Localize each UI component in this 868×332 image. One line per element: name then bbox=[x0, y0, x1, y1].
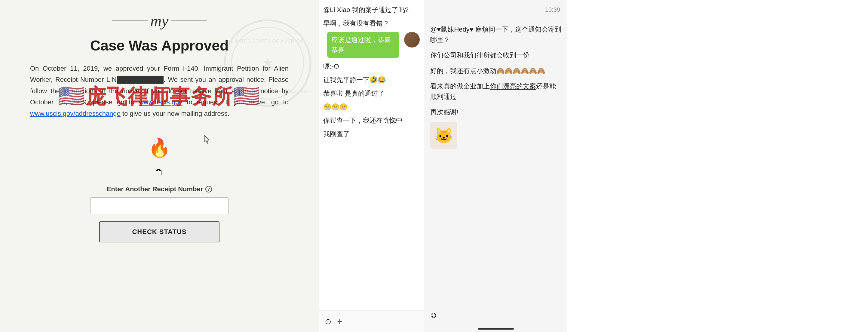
right-text-4: 看来真的做企业加上你们漂亮的文案还是能顺利通过 bbox=[430, 82, 556, 100]
help-icon[interactable]: ? bbox=[205, 186, 212, 192]
chat-text-9: 我刚查了 bbox=[323, 130, 350, 138]
chat-header-right: 10:39 bbox=[424, 0, 567, 19]
right-text-5: 再次感谢! bbox=[430, 108, 459, 116]
chat-text-4: 喔:-O bbox=[323, 63, 339, 70]
chat-msg-3-row: 应该是通过啦，恭喜恭喜 bbox=[323, 32, 420, 58]
chat-msg-4: 喔:-O bbox=[323, 61, 420, 71]
right-msg-5: 再次感谢! bbox=[430, 107, 561, 117]
torch-icon: 🔥⛫ bbox=[148, 137, 171, 179]
chat-text-6: 恭喜啦 是真的通过了 bbox=[323, 90, 384, 97]
logo-line-right bbox=[171, 20, 207, 21]
emoji-button-right[interactable]: ☺ bbox=[429, 310, 438, 320]
home-indicator bbox=[478, 328, 514, 330]
body-text-1: On October 11, 2019, we approved your Fo… bbox=[30, 65, 289, 117]
sticker-6: 🐱 bbox=[430, 122, 457, 149]
approval-body-text: On October 11, 2019, we approved your Fo… bbox=[30, 63, 289, 119]
chat-msg-1: @Li Xiao 我的案子通过了吗? bbox=[323, 5, 420, 15]
uscis-link-2[interactable]: www.uscis.gov/addresschange bbox=[30, 110, 121, 117]
check-status-button[interactable]: CHECK STATUS bbox=[99, 221, 219, 242]
add-button-left[interactable]: + bbox=[337, 316, 343, 327]
page-title: Case Was Approved bbox=[90, 37, 229, 54]
uscis-logo-area: my bbox=[112, 12, 207, 28]
uscis-panel: UNITED STATES OF AMERICA DEPARTMENT OF H… bbox=[0, 0, 319, 332]
receipt-label: Enter Another Receipt Number ? bbox=[107, 185, 212, 193]
chat-msg-6: 恭喜啦 是真的通过了 bbox=[323, 88, 420, 98]
avatar-lawyer bbox=[404, 32, 420, 48]
chat-msg-5: 让我先平静一下🤣😂 bbox=[323, 75, 420, 85]
uscis-link-1[interactable]: www.uscis.gov bbox=[139, 98, 182, 106]
chat-panel-right: 10:39 @♥鼠妹Hedy♥ 麻烦问一下，这个通知会寄到哪里？ 你们公司和我们… bbox=[424, 0, 567, 332]
chat-text-5: 让我先平静一下🤣😂 bbox=[323, 76, 386, 84]
chat-text-7: 😁😁😁 bbox=[323, 103, 347, 111]
chat-time: 10:39 bbox=[545, 6, 560, 13]
chat-text-3: 应该是通过啦，恭喜恭喜 bbox=[331, 36, 391, 54]
receipt-label-text: Enter Another Receipt Number bbox=[107, 185, 203, 193]
chat-msg-2: 早啊，我有没有看错？ bbox=[323, 18, 420, 28]
chat-bottom-bar-right: ☺ bbox=[424, 304, 567, 326]
chat-messages-left: @Li Xiao 我的案子通过了吗? 早啊，我有没有看错？ 应该是通过啦，恭喜恭… bbox=[319, 0, 424, 310]
chat-msg-7: 😁😁😁 bbox=[323, 102, 420, 112]
logo-decoration: my bbox=[112, 12, 207, 28]
underline-span: 你们漂亮的文案 bbox=[490, 82, 536, 90]
chat-panel-left: @Li Xiao 我的案子通过了吗? 早啊，我有没有看错？ 应该是通过啦，恭喜恭… bbox=[319, 0, 424, 332]
uscis-content: my Case Was Approved On October 11, 2019… bbox=[0, 0, 319, 254]
right-text-3: 好的，我还有点小激动🙈🙈🙈🙈🙈🙈 bbox=[430, 67, 545, 74]
right-msg-2: 你们公司和我们律所都会收到一份 bbox=[430, 50, 561, 60]
logo-line-left bbox=[112, 20, 148, 21]
cursive-my: my bbox=[150, 12, 169, 30]
chat-text-1: @Li Xiao 我的案子通过了吗? bbox=[323, 6, 409, 13]
chat-msg-9: 我刚查了 bbox=[323, 129, 420, 139]
right-text-1: @♥鼠妹Hedy♥ 麻烦问一下，这个通知会寄到哪里？ bbox=[430, 26, 561, 43]
receipt-input[interactable] bbox=[90, 197, 228, 214]
chat-messages-right: @♥鼠妹Hedy♥ 麻烦问一下，这个通知会寄到哪里？ 你们公司和我们律所都会收到… bbox=[424, 19, 567, 304]
chat-msg-8: 你帮查一下，我还在恍惚中 bbox=[323, 116, 420, 125]
chat-text-2: 早啊，我有没有看错？ bbox=[323, 20, 389, 27]
bottom-indicator bbox=[424, 326, 567, 332]
right-text-2: 你们公司和我们律所都会收到一份 bbox=[430, 52, 529, 59]
sticker-emoji: 🐱 bbox=[434, 127, 453, 144]
chat-bottom-bar-left: ☺ + bbox=[319, 310, 424, 332]
emoji-button-left[interactable]: ☺ bbox=[324, 316, 333, 326]
right-msg-3: 好的，我还有点小激动🙈🙈🙈🙈🙈🙈 bbox=[430, 66, 561, 76]
right-msg-4: 看来真的做企业加上你们漂亮的文案还是能顺利通过 bbox=[430, 81, 561, 102]
chat-bubble-3: 应该是通过啦，恭喜恭喜 bbox=[327, 32, 399, 58]
right-msg-1: @♥鼠妹Hedy♥ 麻烦问一下，这个通知会寄到哪里？ bbox=[430, 24, 561, 45]
chat-text-8: 你帮查一下，我还在恍惚中 bbox=[323, 117, 403, 124]
